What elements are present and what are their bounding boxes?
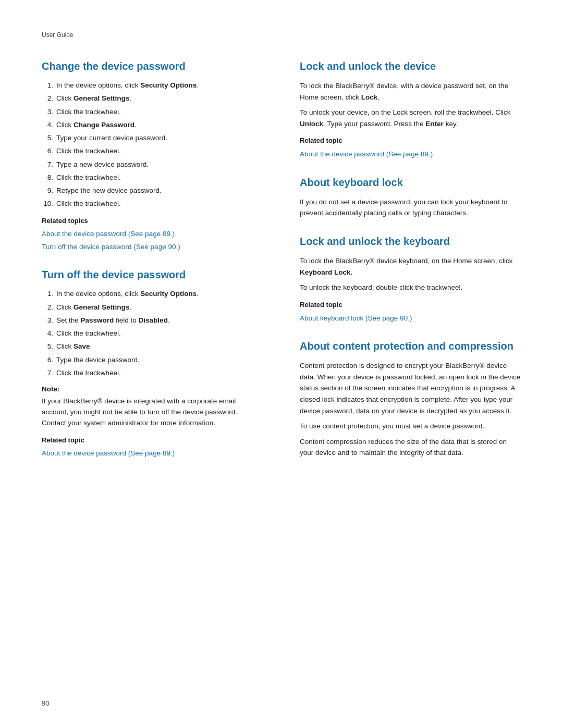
off-step-4: 4.Click the trackwheel. <box>42 328 263 339</box>
change-password-link-2[interactable]: Turn off the device password (See page 9… <box>42 241 263 253</box>
note-text: If your BlackBerry® device is integrated… <box>42 396 263 429</box>
left-column: Change the device password 1.In the devi… <box>42 59 268 475</box>
off-step-3: 3.Set the Password field to Disabled. <box>42 315 263 326</box>
content-layout: Change the device password 1.In the devi… <box>42 59 521 475</box>
step-6: 6.Click the trackwheel. <box>42 146 263 156</box>
note-label: Note: <box>42 385 60 393</box>
lock-device-related-label: Related topic <box>300 135 521 146</box>
note-block: Note: If your BlackBerry® device is inte… <box>42 384 263 428</box>
step-5: 5.Type your current device password. <box>42 133 263 143</box>
lock-keyboard-body: To lock the BlackBerry® device keyboard,… <box>300 255 521 324</box>
about-keyboard-lock-body: If you do not set a device password, you… <box>300 196 521 219</box>
content-protection-para3: Content compression reduces the size of … <box>300 436 521 459</box>
lock-device-title: Lock and unlock the device <box>300 59 521 73</box>
user-guide-label: User Guide <box>42 31 521 39</box>
off-step-7: 7.Click the trackwheel. <box>42 368 263 378</box>
step-7: 7.Type a new device password. <box>42 159 263 170</box>
change-password-related-label: Related topics <box>42 216 263 227</box>
step-1: 1.In the device options, click Security … <box>42 80 263 91</box>
section-turn-off-password: Turn off the device password 1.In the de… <box>42 268 263 459</box>
lock-keyboard-para1: To lock the BlackBerry® device keyboard,… <box>300 255 521 278</box>
content-protection-title: About content protection and compression <box>300 339 521 353</box>
section-change-password: Change the device password 1.In the devi… <box>42 59 263 252</box>
turn-off-related-label: Related topic <box>42 435 263 446</box>
lock-device-link-1[interactable]: About the device password (See page 89.) <box>300 149 521 160</box>
off-step-5: 5.Click Save. <box>42 341 263 352</box>
turn-off-steps: 1.In the device options, click Security … <box>42 289 263 378</box>
section-lock-device: Lock and unlock the device To lock the B… <box>300 59 521 160</box>
change-password-body: 1.In the device options, click Security … <box>42 80 263 252</box>
step-3: 3.Click the trackwheel. <box>42 107 263 117</box>
lock-keyboard-title: Lock and unlock the keyboard <box>300 235 521 248</box>
lock-device-para2: To unlock your device, on the Lock scree… <box>300 107 521 129</box>
change-password-title: Change the device password <box>42 59 263 73</box>
turn-off-link-1[interactable]: About the device password (See page 89.) <box>42 448 263 459</box>
about-keyboard-lock-title: About keyboard lock <box>300 176 521 189</box>
change-password-link-1[interactable]: About the device password (See page 89.) <box>42 228 263 240</box>
content-protection-para1: Content protection is designed to encryp… <box>300 360 521 416</box>
lock-keyboard-link-1[interactable]: About keyboard lock (See page 90.) <box>300 313 521 324</box>
lock-keyboard-related-label: Related topic <box>300 300 521 311</box>
step-4: 4.Click Change Password. <box>42 120 263 130</box>
turn-off-password-body: 1.In the device options, click Security … <box>42 289 263 459</box>
step-10: 10.Click the trackwheel. <box>42 199 263 209</box>
page-container: User Guide Change the device password 1.… <box>0 0 563 728</box>
content-protection-para2: To use content protection, you must set … <box>300 421 521 432</box>
right-column: Lock and unlock the device To lock the B… <box>295 59 521 475</box>
section-about-keyboard-lock: About keyboard lock If you do not set a … <box>300 176 521 219</box>
step-8: 8.Click the trackwheel. <box>42 172 263 183</box>
off-step-1: 1.In the device options, click Security … <box>42 289 263 299</box>
step-9: 9.Retype the new device password. <box>42 186 263 196</box>
lock-keyboard-para2: To unlock the keyboard, double-click the… <box>300 282 521 293</box>
content-protection-body: Content protection is designed to encryp… <box>300 360 521 459</box>
step-2: 2.Click General Settings. <box>42 93 263 104</box>
turn-off-password-title: Turn off the device password <box>42 268 263 281</box>
section-content-protection: About content protection and compression… <box>300 339 521 459</box>
off-step-2: 2.Click General Settings. <box>42 302 263 313</box>
about-keyboard-lock-text: If you do not set a device password, you… <box>300 196 521 219</box>
page-number: 90 <box>42 699 49 707</box>
off-step-6: 6.Type the device password. <box>42 355 263 365</box>
lock-device-para1: To lock the BlackBerry® device, with a d… <box>300 80 521 103</box>
change-password-steps: 1.In the device options, click Security … <box>42 80 263 209</box>
lock-device-body: To lock the BlackBerry® device, with a d… <box>300 80 521 160</box>
section-lock-keyboard: Lock and unlock the keyboard To lock the… <box>300 235 521 324</box>
